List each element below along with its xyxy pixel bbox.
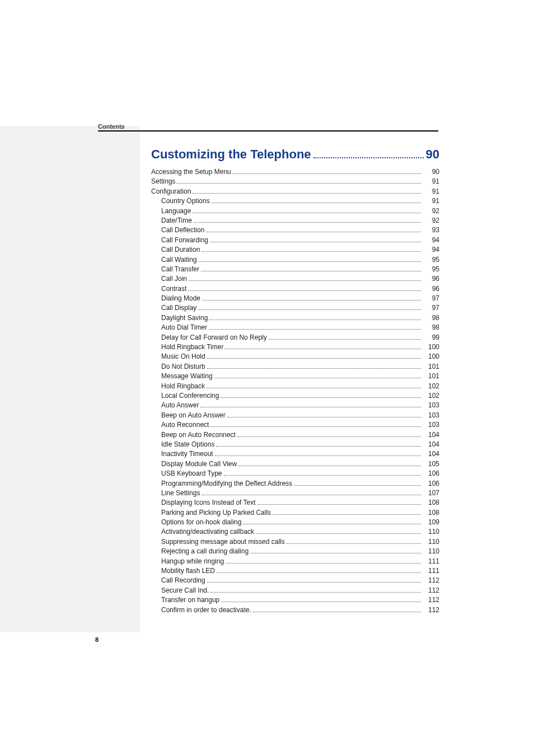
toc-entry[interactable]: Call Duration94 bbox=[151, 245, 439, 255]
section-title-text: Customizing the Telephone bbox=[151, 147, 311, 162]
toc-leader bbox=[194, 222, 421, 223]
toc-entry[interactable]: Call Deflection93 bbox=[151, 226, 439, 235]
toc-entry-label: Confirm in order to deactivate. bbox=[161, 605, 251, 615]
toc-entry[interactable]: Call Join96 bbox=[151, 274, 439, 284]
toc-entry[interactable]: Mobility flash LED111 bbox=[151, 566, 439, 576]
toc-entry-page: 98 bbox=[423, 313, 439, 323]
toc-entry-label: Transfer on hangup bbox=[161, 595, 219, 605]
toc-entry-label: Call Display bbox=[161, 303, 196, 313]
toc-entry[interactable]: Do Not Disturb101 bbox=[151, 362, 439, 372]
toc-entry[interactable]: Line Settings107 bbox=[151, 489, 439, 498]
toc-leader bbox=[256, 533, 421, 534]
section-title-row[interactable]: Customizing the Telephone 90 bbox=[151, 147, 439, 162]
toc-entry[interactable]: Suppressing message about missed calls11… bbox=[151, 537, 439, 547]
toc-entry-label: Rejecting a call during dialing bbox=[161, 547, 249, 556]
toc-entry-label: Display Module Call View bbox=[161, 459, 237, 469]
toc-leader bbox=[224, 475, 421, 476]
toc-entry[interactable]: Daylight Saving98 bbox=[151, 313, 439, 323]
toc-leader bbox=[206, 232, 421, 232]
toc-entry-page: 112 bbox=[423, 576, 439, 585]
toc-leader bbox=[227, 417, 421, 417]
toc-entry[interactable]: USB Keyboard Type106 bbox=[151, 469, 439, 478]
toc-entry[interactable]: Country Options91 bbox=[151, 196, 439, 206]
toc-entry-label: Settings bbox=[151, 177, 175, 186]
toc-entry[interactable]: Date/Time92 bbox=[151, 216, 439, 226]
toc-entry-page: 97 bbox=[423, 303, 439, 313]
toc-entry[interactable]: Call Transfer95 bbox=[151, 265, 439, 274]
toc-entry[interactable]: Call Recording112 bbox=[151, 576, 439, 585]
toc-entry[interactable]: Display Module Call View105 bbox=[151, 459, 439, 469]
toc-entry[interactable]: Settings91 bbox=[151, 177, 439, 186]
toc-leader bbox=[226, 563, 421, 564]
toc-entry[interactable]: Auto Dial Timer98 bbox=[151, 323, 439, 332]
toc-entry-label: Country Options bbox=[161, 196, 210, 206]
toc-entry[interactable]: Contrast96 bbox=[151, 284, 439, 294]
toc-entry[interactable]: Music On Hold100 bbox=[151, 352, 439, 361]
toc-entry[interactable]: Auto Answer103 bbox=[151, 401, 439, 410]
toc-leader bbox=[193, 193, 421, 194]
toc-entry[interactable]: Hold Ringback Timer100 bbox=[151, 342, 439, 352]
toc-entry-label: Message Waiting bbox=[161, 372, 213, 381]
toc-entry-page: 103 bbox=[423, 401, 439, 410]
toc-entry-page: 90 bbox=[423, 167, 439, 177]
toc-entry[interactable]: Beep on Auto Answer103 bbox=[151, 411, 439, 420]
toc-entry-page: 110 bbox=[423, 527, 439, 537]
toc-entry[interactable]: Hangup while ringing111 bbox=[151, 557, 439, 566]
toc-entry[interactable]: Options for on-hook dialing109 bbox=[151, 518, 439, 527]
toc-entry[interactable]: Displaying Icons Instead of Text108 bbox=[151, 498, 439, 508]
toc-leader bbox=[193, 213, 421, 213]
toc-entry[interactable]: Programming/Modifying the Deflect Addres… bbox=[151, 479, 439, 489]
toc-entry[interactable]: Auto Reconnect103 bbox=[151, 420, 439, 430]
toc-leader bbox=[177, 183, 421, 184]
toc-entry[interactable]: Accessing the Setup Menu90 bbox=[151, 167, 439, 177]
toc-entry-page: 107 bbox=[423, 489, 439, 498]
toc-entry-page: 103 bbox=[423, 411, 439, 420]
toc-entry-label: Activating/deactivating callback bbox=[161, 527, 254, 537]
toc-entry[interactable]: Inactivity Timeout104 bbox=[151, 449, 439, 459]
toc-entry[interactable]: Language92 bbox=[151, 206, 439, 216]
toc-entry[interactable]: Idle State Options104 bbox=[151, 440, 439, 449]
toc-entry-page: 96 bbox=[423, 284, 439, 294]
toc-entry[interactable]: Message Waiting101 bbox=[151, 372, 439, 381]
toc-entry-label: Accessing the Setup Menu bbox=[151, 167, 231, 177]
toc-entry[interactable]: Call Forwarding94 bbox=[151, 236, 439, 245]
toc-leader bbox=[216, 446, 421, 447]
toc-entry[interactable]: Activating/deactivating callback110 bbox=[151, 527, 439, 537]
toc-leader bbox=[257, 504, 421, 505]
toc-entry-label: Secure Call Ind. bbox=[161, 586, 209, 595]
toc-entry-label: Auto Dial Timer bbox=[161, 323, 207, 332]
toc-entry-page: 96 bbox=[423, 274, 439, 284]
toc-entry-page: 104 bbox=[423, 449, 439, 459]
toc-entry[interactable]: Call Display97 bbox=[151, 303, 439, 313]
toc-entry-label: Call Duration bbox=[161, 245, 200, 255]
toc-entry[interactable]: Beep on Auto Reconnect104 bbox=[151, 430, 439, 440]
toc-entry-label: Call Forwarding bbox=[161, 236, 208, 245]
toc-entry[interactable]: Rejecting a call during dialing110 bbox=[151, 547, 439, 556]
toc-entry-page: 92 bbox=[423, 216, 439, 226]
toc-entry[interactable]: Confirm in order to deactivate.112 bbox=[151, 605, 439, 615]
toc-entry-page: 110 bbox=[423, 547, 439, 556]
toc-leader bbox=[238, 466, 421, 466]
toc-entry[interactable]: Secure Call Ind.112 bbox=[151, 586, 439, 595]
toc-entry-label: Call Join bbox=[161, 274, 187, 284]
toc-entry-page: 111 bbox=[423, 566, 439, 576]
toc-leader bbox=[237, 436, 421, 437]
toc-entry[interactable]: Delay for Call Forward on No Reply99 bbox=[151, 333, 439, 342]
toc-entry-label: Language bbox=[161, 206, 191, 216]
toc-entry[interactable]: Call Waiting95 bbox=[151, 255, 439, 265]
toc-leader bbox=[189, 280, 421, 281]
toc-entry[interactable]: Configuration91 bbox=[151, 187, 439, 196]
toc-entry-page: 91 bbox=[423, 187, 439, 196]
toc-entry-label: Configuration bbox=[151, 187, 191, 196]
toc-entry[interactable]: Transfer on hangup112 bbox=[151, 595, 439, 605]
toc-entry-page: 110 bbox=[423, 537, 439, 547]
toc-entry-page: 112 bbox=[423, 595, 439, 605]
toc-leader bbox=[207, 368, 421, 369]
toc-entry-label: Hold Ringback bbox=[161, 382, 205, 391]
toc-leader bbox=[287, 543, 421, 544]
toc-entry[interactable]: Local Conferencing102 bbox=[151, 391, 439, 401]
toc-entry[interactable]: Parking and Picking Up Parked Calls108 bbox=[151, 508, 439, 518]
toc-leader bbox=[202, 300, 421, 300]
toc-entry[interactable]: Hold Ringback102 bbox=[151, 382, 439, 391]
toc-entry[interactable]: Dialing Mode97 bbox=[151, 294, 439, 303]
